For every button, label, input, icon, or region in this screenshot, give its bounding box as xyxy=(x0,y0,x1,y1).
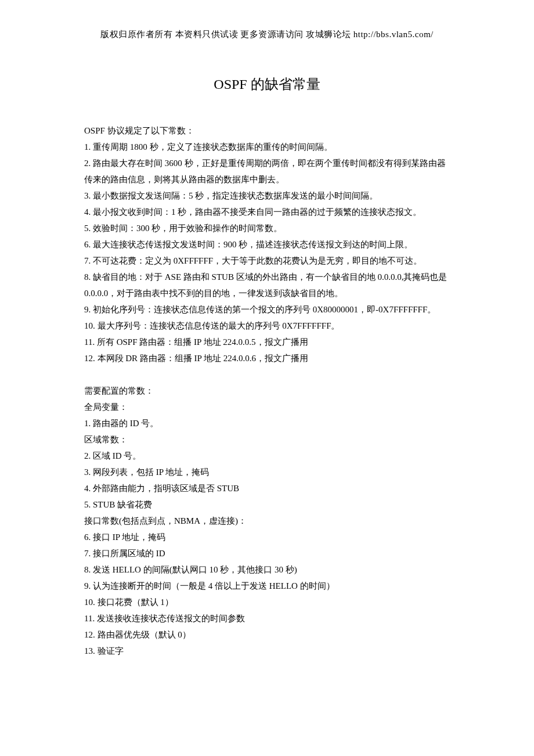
interface-constants-list: 6. 接口 IP 地址，掩码 7. 接口所属区域的 ID 8. 发送 HELLO… xyxy=(84,529,450,659)
list-item: 10. 接口花费（默认 1） xyxy=(84,594,450,610)
list-item: 5. STUB 缺省花费 xyxy=(84,496,450,513)
list-item: 11. 发送接收连接状态传送报文的时间参数 xyxy=(84,610,450,627)
list-item: 4. 最小报文收到时间：1 秒，路由器不接受来自同一路由器的过于频繁的连接状态报… xyxy=(84,204,450,220)
list-item: 8. 发送 HELLO 的间隔(默认网口 10 秒，其他接口 30 秒) xyxy=(84,561,450,578)
list-item: 10. 最大序列号：连接状态信息传送的最大的序列号 0X7FFFFFFF。 xyxy=(84,318,450,334)
area-constants-list: 2. 区域 ID 号。 3. 网段列表，包括 IP 地址，掩码 4. 外部路由能… xyxy=(84,448,450,513)
list-item: 6. 最大连接状态传送报文发送时间：900 秒，描述连接状态传送报文到达的时间上… xyxy=(84,236,450,253)
list-item: 3. 网段列表，包括 IP 地址，掩码 xyxy=(84,464,450,480)
list-item: 1. 重传周期 1800 秒，定义了连接状态数据库的重传的时间间隔。 xyxy=(84,139,450,155)
config-constants-heading: 需要配置的常数： xyxy=(84,383,450,399)
list-item: 11. 所有 OSPF 路由器：组播 IP 地址 224.0.0.5，报文广播用 xyxy=(84,334,450,350)
list-item: 7. 不可达花费：定义为 0XFFFFFF，大于等于此数的花费认为是无穷，即目的… xyxy=(84,253,450,269)
global-vars-heading: 全局变量： xyxy=(84,399,450,415)
page-header: 版权归原作者所有 本资料只供试读 更多资源请访问 攻城狮论坛 http://bb… xyxy=(84,29,450,40)
interface-constants-heading: 接口常数(包括点到点，NBMA，虚连接)： xyxy=(84,513,450,529)
list-item: 9. 初始化序列号：连接状态信息传送的第一个报文的序列号 0X80000001，… xyxy=(84,301,450,318)
list-item: 13. 验证字 xyxy=(84,643,450,659)
list-item: 12. 本网段 DR 路由器：组播 IP 地址 224.0.0.6，报文广播用 xyxy=(84,350,450,366)
list-item: 5. 效验时间：300 秒，用于效验和操作的时间常数。 xyxy=(84,220,450,236)
list-item: 4. 外部路由能力，指明该区域是否 STUB xyxy=(84,480,450,496)
document-page: 版权归原作者所有 本资料只供试读 更多资源请访问 攻城狮论坛 http://bb… xyxy=(0,0,534,756)
list-item: 7. 接口所属区域的 ID xyxy=(84,545,450,561)
list-item: 8. 缺省目的地：对于 ASE 路由和 STUB 区域的外出路由，有一个缺省目的… xyxy=(84,269,450,301)
list-item: 9. 认为连接断开的时间（一般是 4 倍以上于发送 HELLO 的时间） xyxy=(84,578,450,594)
global-vars-list: 1. 路由器的 ID 号。 xyxy=(84,415,450,431)
list-item: 2. 区域 ID 号。 xyxy=(84,448,450,464)
list-item: 6. 接口 IP 地址，掩码 xyxy=(84,529,450,545)
list-item: 1. 路由器的 ID 号。 xyxy=(84,415,450,431)
list-item: 2. 路由最大存在时间 3600 秒，正好是重传周期的两倍，即在两个重传时间都没… xyxy=(84,155,450,188)
list-item: 3. 最小数据报文发送间隔：5 秒，指定连接状态数据库发送的最小时间间隔。 xyxy=(84,188,450,204)
list-item: 12. 路由器优先级（默认 0） xyxy=(84,627,450,643)
document-title: OSPF 的缺省常量 xyxy=(84,75,450,93)
intro-text: OSPF 协议规定了以下常数： xyxy=(84,123,450,139)
ospf-constants-list: 1. 重传周期 1800 秒，定义了连接状态数据库的重传的时间间隔。 2. 路由… xyxy=(84,139,450,366)
area-constants-heading: 区域常数： xyxy=(84,431,450,448)
